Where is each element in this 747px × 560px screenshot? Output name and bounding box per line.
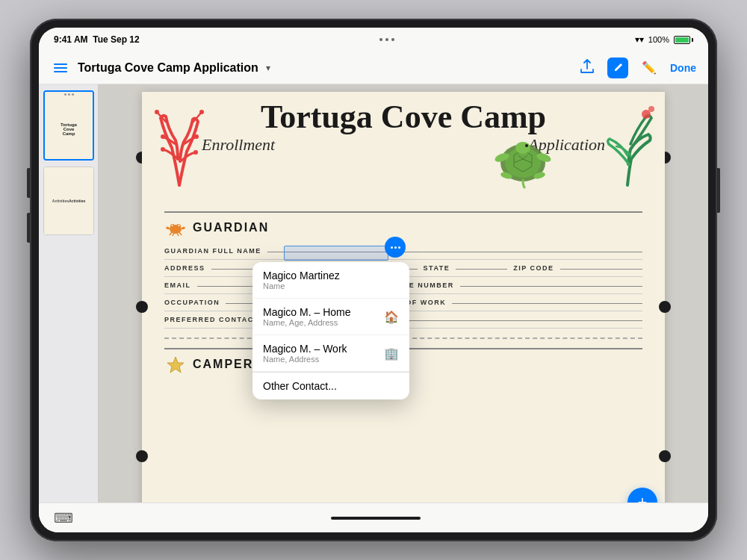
battery-body bbox=[674, 36, 690, 44]
svg-point-17 bbox=[170, 224, 175, 228]
home-icon: 🏠 bbox=[384, 310, 399, 324]
contact-3-name: Magico M. – Work bbox=[263, 343, 378, 355]
hole-right-2 bbox=[659, 301, 671, 313]
share-button[interactable] bbox=[577, 56, 597, 79]
guardian-name-row: GUARDIAN FULL NAME bbox=[164, 243, 642, 260]
contact-2-subtitle: Name, Age, Address bbox=[263, 318, 378, 327]
phone-line bbox=[460, 286, 642, 287]
thumbnail-2[interactable]: Activities Activities bbox=[43, 167, 94, 235]
svg-point-11 bbox=[525, 144, 528, 147]
contact-magico-name[interactable]: Magico Martinez Name bbox=[252, 262, 409, 299]
thumb-dot1 bbox=[64, 93, 66, 96]
more-dot2 bbox=[394, 246, 397, 249]
apple-pencil-button[interactable]: ✏️ bbox=[639, 57, 660, 78]
svg-line-23 bbox=[177, 233, 179, 236]
zip-label: ZIP CODE bbox=[513, 264, 554, 272]
status-right: ▾▾ 100% bbox=[635, 34, 693, 45]
ipad-screen: 9:41 AM Tue Sep 12 ▾▾ 100% bbox=[39, 28, 708, 532]
document-page: Tortuga Cove Camp Enrollment Application bbox=[142, 92, 665, 503]
contact-magico-home[interactable]: Magico M. – Home Name, Age, Address 🏠 bbox=[252, 299, 409, 335]
svg-point-18 bbox=[176, 224, 181, 228]
address-label: ADDRESS bbox=[164, 264, 205, 272]
battery-fill bbox=[675, 37, 689, 43]
contact-home-left: Magico M. – Home Name, Age, Address bbox=[263, 306, 378, 327]
thumbnail-1[interactable]: TortugaCoveCamp bbox=[43, 90, 94, 161]
starfish-icon bbox=[164, 355, 187, 373]
svg-line-22 bbox=[173, 233, 174, 236]
document-main-title: Tortuga Cove Camp bbox=[157, 99, 650, 135]
done-button[interactable]: Done bbox=[670, 62, 696, 74]
wifi-icon: ▾▾ bbox=[635, 34, 644, 45]
bottom-toolbar: ⌨ bbox=[39, 503, 708, 532]
thumb-dot3 bbox=[72, 93, 74, 96]
crab-icon bbox=[164, 219, 187, 237]
main-area: TortugaCoveCamp Activities Activities bbox=[39, 84, 708, 503]
nav-left: Tortuga Cove Camp Application ▾ bbox=[51, 60, 568, 75]
contacts-dropdown: Magico Martinez Name Magico M. – Home Na… bbox=[252, 262, 409, 399]
thumbnail-sidebar: TortugaCoveCamp Activities Activities bbox=[39, 84, 99, 503]
thumb-dot2 bbox=[68, 93, 70, 96]
battery-tip bbox=[692, 38, 693, 42]
svg-point-20 bbox=[179, 225, 180, 226]
svg-point-10 bbox=[515, 142, 530, 154]
hole-left-3 bbox=[136, 450, 148, 462]
occupation-label: OCCUPATION bbox=[164, 299, 220, 306]
power-button[interactable] bbox=[717, 168, 720, 213]
status-time: 9:41 AM Tue Sep 12 bbox=[54, 34, 140, 45]
hamburger-line-2 bbox=[54, 67, 67, 69]
title-chevron-icon[interactable]: ▾ bbox=[266, 63, 270, 73]
dot2 bbox=[385, 38, 388, 41]
document-area: Tortuga Cove Camp Enrollment Application bbox=[99, 84, 708, 503]
subtitle-left: Enrollment bbox=[202, 135, 275, 155]
keyboard-icon[interactable]: ⌨ bbox=[54, 510, 73, 526]
svg-line-21 bbox=[170, 232, 172, 235]
document-title: Tortuga Cove Camp Application bbox=[78, 61, 258, 75]
contact-work-left: Magico M. – Work Name, Address bbox=[263, 343, 378, 364]
guardian-title: GUARDIAN bbox=[193, 221, 269, 234]
other-contact-button[interactable]: Other Contact... bbox=[252, 373, 409, 399]
name-input-highlight[interactable] bbox=[284, 246, 388, 261]
email-label: EMAIL bbox=[164, 281, 191, 289]
more-dot1 bbox=[391, 246, 393, 249]
hole-right-3 bbox=[659, 450, 671, 462]
thumb2-label: Activities bbox=[52, 199, 69, 203]
volume-up-button[interactable] bbox=[27, 168, 30, 198]
dot1 bbox=[379, 38, 382, 41]
ipad-frame: 9:41 AM Tue Sep 12 ▾▾ 100% bbox=[30, 19, 717, 541]
camper-title: CAMPER bbox=[193, 358, 253, 371]
place-of-work-line bbox=[452, 303, 642, 304]
contact-magico-work[interactable]: Magico M. – Work Name, Address 🏢 bbox=[252, 335, 409, 372]
add-icon: + bbox=[638, 494, 648, 503]
guardian-name-label: GUARDIAN FULL NAME bbox=[164, 247, 261, 255]
battery-indicator bbox=[674, 36, 693, 44]
hole-left-2 bbox=[136, 301, 148, 313]
zip-line bbox=[560, 269, 642, 270]
thumbnail-1-content: TortugaCoveCamp bbox=[45, 92, 93, 159]
thumb1-label: TortugaCoveCamp bbox=[61, 115, 77, 136]
status-center-dots bbox=[379, 38, 394, 41]
svg-line-24 bbox=[179, 232, 182, 235]
status-bar: 9:41 AM Tue Sep 12 ▾▾ 100% bbox=[39, 28, 708, 52]
preferred-contact-label: PREFERRED CONTACT bbox=[164, 316, 259, 323]
document-subtitle: Enrollment Application bbox=[157, 135, 650, 155]
hamburger-line-3 bbox=[54, 71, 67, 72]
markup-button[interactable] bbox=[607, 57, 628, 78]
contact-name-left: Magico Martinez Name bbox=[263, 270, 399, 290]
contact-2-name: Magico M. – Home bbox=[263, 306, 378, 318]
contact-3-subtitle: Name, Address bbox=[263, 355, 378, 364]
hamburger-line-1 bbox=[54, 63, 67, 65]
building-icon: 🏢 bbox=[384, 346, 399, 361]
state-label: STATE bbox=[424, 264, 450, 272]
volume-down-button[interactable] bbox=[27, 213, 30, 243]
nav-bar: Tortuga Cove Camp Application ▾ ✏️ Done bbox=[39, 52, 708, 84]
thumbnail-2-content: Activities Activities bbox=[44, 167, 93, 234]
svg-marker-25 bbox=[167, 357, 184, 373]
document-form: GUARDIAN GUARDIAN FULL NAME bbox=[142, 211, 665, 394]
home-indicator bbox=[331, 517, 421, 520]
state-line bbox=[456, 269, 507, 270]
sidebar-toggle-button[interactable] bbox=[51, 60, 70, 75]
svg-point-19 bbox=[172, 225, 173, 226]
guardian-section-header: GUARDIAN bbox=[164, 211, 642, 243]
add-button[interactable]: + bbox=[627, 488, 657, 503]
more-options-button[interactable] bbox=[385, 237, 406, 258]
